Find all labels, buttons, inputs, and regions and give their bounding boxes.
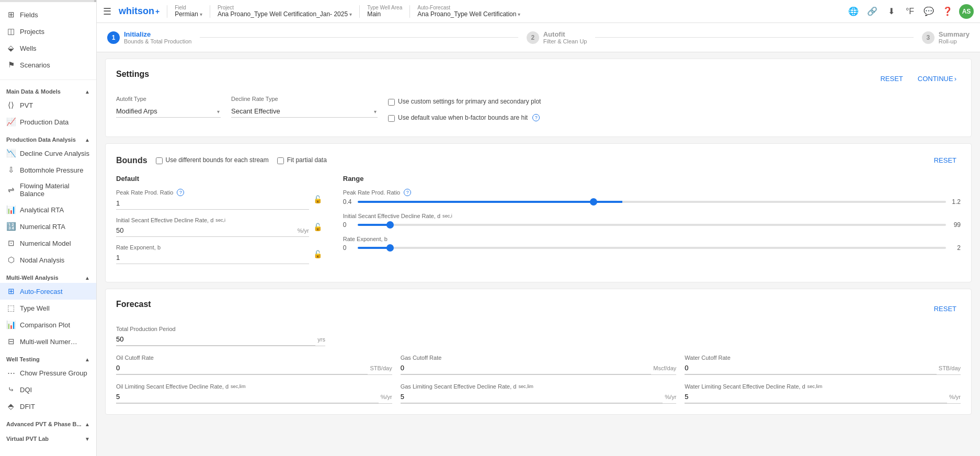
chevron-up-icon-3: ▲: [85, 275, 90, 281]
section-production-data-analysis[interactable]: Production Data Analysis ▲: [0, 132, 96, 145]
type-well-area-value[interactable]: Main: [367, 10, 402, 18]
oil-limiting-input[interactable]: [116, 391, 379, 403]
default-value-label[interactable]: Use default value when b-factor bounds a…: [398, 114, 528, 121]
water-cutoff-input[interactable]: [685, 362, 936, 374]
bounds-reset-button[interactable]: RESET: [930, 154, 961, 166]
section-multi-well[interactable]: Multi-Well Analysis ▲: [0, 270, 96, 283]
oil-cutoff-input[interactable]: [116, 362, 368, 374]
step-3[interactable]: 3 Summary Roll-up: [922, 30, 970, 44]
checkbox-fit-partial: Fit partial data: [277, 154, 327, 166]
project-value[interactable]: Ana Proano_Type Well Certification_Jan- …: [218, 10, 352, 18]
topbar-divider-1: [167, 5, 167, 18]
initial-decline-slider[interactable]: [358, 224, 946, 226]
project-selector: Project Ana Proano_Type Well Certificati…: [218, 5, 352, 18]
steps-bar: 1 Initialize Bounds & Total Production 2…: [97, 23, 980, 52]
initial-decline-default-input[interactable]: [116, 224, 295, 236]
decline-rate-select[interactable]: Secant Effective Nominal Tangent Effecti…: [231, 105, 378, 118]
field-selector: Field Permian ▾: [175, 5, 202, 18]
different-bounds-label[interactable]: Use different bounds for each stream: [166, 156, 269, 164]
gas-limiting-input[interactable]: [401, 391, 663, 403]
auto-forecast-value[interactable]: Ana Proano_Type Well Certification ▾: [417, 10, 520, 18]
sidebar-item-auto-forecast[interactable]: ⊞ Auto-Forecast: [0, 283, 96, 300]
default-value-checkbox[interactable]: [388, 115, 395, 122]
settings-reset-button[interactable]: RESET: [876, 73, 907, 85]
default-col-title: Default: [116, 175, 322, 183]
sidebar-item-projects[interactable]: ◫ Projects: [0, 23, 96, 40]
sidebar-item-comparison-plot[interactable]: 📊 Comparison Plot: [0, 316, 96, 333]
total-production-unit: yrs: [315, 336, 325, 343]
hamburger-icon[interactable]: ☰: [103, 6, 111, 17]
sidebar-item-multi-numerical[interactable]: ⊟ Multi-well Numerical Mod...: [0, 333, 96, 350]
settings-continue-button[interactable]: CONTINUE ›: [914, 73, 961, 85]
bounds-header: Bounds Use different bounds for each str…: [116, 154, 327, 166]
peak-rate-lock-icon[interactable]: 🔓: [313, 195, 322, 203]
rate-exp-slider-min: 0: [343, 244, 354, 252]
sidebar-item-flowing-mb[interactable]: ⇌ Flowing Material Balance: [0, 178, 96, 201]
section-virtual-pvt[interactable]: Virtual PVT Lab ▼: [0, 431, 96, 444]
sidebar-item-analytical-rta[interactable]: 📊 Analytical RTA: [0, 201, 96, 218]
b-factor-help-icon[interactable]: ?: [532, 114, 540, 121]
numerical-rta-icon: 🔢: [6, 222, 16, 231]
peak-rate-range-help-icon[interactable]: ?: [404, 189, 411, 196]
link-icon[interactable]: 🔗: [865, 4, 880, 19]
peak-rate-default-input[interactable]: [116, 197, 309, 210]
topbar-icons-group: 🌐 🔗 ⬇ °F 💬 ❓ AS: [846, 4, 974, 19]
globe-icon[interactable]: 🌐: [846, 4, 861, 19]
sidebar-item-numerical-model[interactable]: ⊡ Numerical Model: [0, 235, 96, 252]
topbar-divider-3: [359, 5, 360, 18]
oil-cutoff-label: Oil Cutoff Rate: [116, 355, 392, 361]
section-well-testing[interactable]: Well Testing ▲: [0, 352, 96, 364]
sidebar-item-production-data[interactable]: 📈 Production Data: [0, 113, 96, 130]
gas-cutoff-input[interactable]: [401, 362, 652, 374]
peak-rate-help-icon[interactable]: ?: [177, 189, 184, 196]
sidebar-item-numerical-rta[interactable]: 🔢 Numerical RTA: [0, 218, 96, 235]
section-advanced-pvt[interactable]: Advanced PVT & Phase B... ▲: [0, 417, 96, 429]
temperature-icon[interactable]: °F: [903, 4, 917, 19]
custom-settings-checkbox[interactable]: [388, 99, 395, 106]
initial-decline-slider-max-label: 99: [950, 221, 961, 229]
initial-decline-lock-icon[interactable]: 🔓: [313, 223, 322, 231]
fit-partial-checkbox[interactable]: [277, 157, 284, 164]
avatar[interactable]: AS: [959, 4, 974, 19]
forecast-card-header: Forecast RESET: [116, 300, 961, 317]
peak-rate-slider[interactable]: [358, 201, 946, 203]
step-2[interactable]: 2 Autofit Filter & Clean Up: [527, 30, 587, 44]
different-bounds-checkbox[interactable]: [156, 157, 163, 164]
step-1[interactable]: 1 Initialize Bounds & Total Production: [107, 30, 191, 44]
field-value[interactable]: Permian ▾: [175, 10, 202, 18]
sidebar-item-type-well[interactable]: ⬚ Type Well: [0, 300, 96, 316]
sidebar-item-chow-pressure[interactable]: ⋯ Chow Pressure Group: [0, 364, 96, 381]
oil-cutoff-input-group: STB/day: [116, 362, 392, 375]
total-production-input[interactable]: [116, 333, 315, 346]
help-icon[interactable]: ❓: [940, 4, 955, 19]
gas-cutoff-label: Gas Cutoff Rate: [401, 355, 677, 361]
sidebar-item-pvt[interactable]: ⟨⟩ PVT: [0, 97, 96, 113]
rate-exp-default-input[interactable]: [116, 252, 309, 264]
sidebar-item-bottomhole[interactable]: ⇩ Bottomhole Pressure: [0, 162, 96, 178]
autofit-type-select[interactable]: Modified Arps Arps Duong: [116, 105, 221, 118]
sidebar-item-decline-curve[interactable]: 📉 Decline Curve Analysis: [0, 145, 96, 162]
chat-icon[interactable]: 💬: [921, 4, 936, 19]
peak-rate-default-label: Peak Rate Prod. Ratio ?: [116, 189, 309, 196]
sidebar-item-dqi[interactable]: ⤷ DQI: [0, 381, 96, 398]
custom-settings-label[interactable]: Use custom settings for primary and seco…: [398, 98, 541, 105]
sidebar-item-dfit[interactable]: ⬘ DFIT: [0, 398, 96, 415]
sidebar-item-fields[interactable]: ⊞ Fields: [0, 6, 96, 23]
sidebar: ⊞ Fields ◫ Projects ⬙ Wells ⚑ Scenarios …: [0, 0, 97, 456]
sidebar-item-scenarios[interactable]: ⚑ Scenarios: [0, 56, 96, 73]
water-limiting-input[interactable]: [685, 391, 947, 403]
bounds-card: Bounds Use different bounds for each str…: [105, 143, 972, 282]
rate-exp-lock-icon[interactable]: 🔓: [313, 250, 322, 258]
step-connector-2: [595, 37, 913, 38]
scenarios-icon: ⚑: [6, 60, 16, 70]
sidebar-item-nodal-analysis[interactable]: ⬡ Nodal Analysis: [0, 252, 96, 268]
download-icon[interactable]: ⬇: [884, 4, 898, 19]
fit-partial-label[interactable]: Fit partial data: [287, 156, 327, 164]
water-limiting-unit: %/yr: [947, 394, 961, 400]
production-data-icon: 📈: [6, 117, 16, 127]
rate-exp-slider[interactable]: [358, 247, 946, 249]
forecast-reset-button[interactable]: RESET: [930, 303, 961, 315]
chevron-up-icon: ▲: [85, 89, 90, 95]
sidebar-item-wells[interactable]: ⬙ Wells: [0, 40, 96, 56]
section-main-data-models[interactable]: Main Data & Models ▲: [0, 84, 96, 97]
